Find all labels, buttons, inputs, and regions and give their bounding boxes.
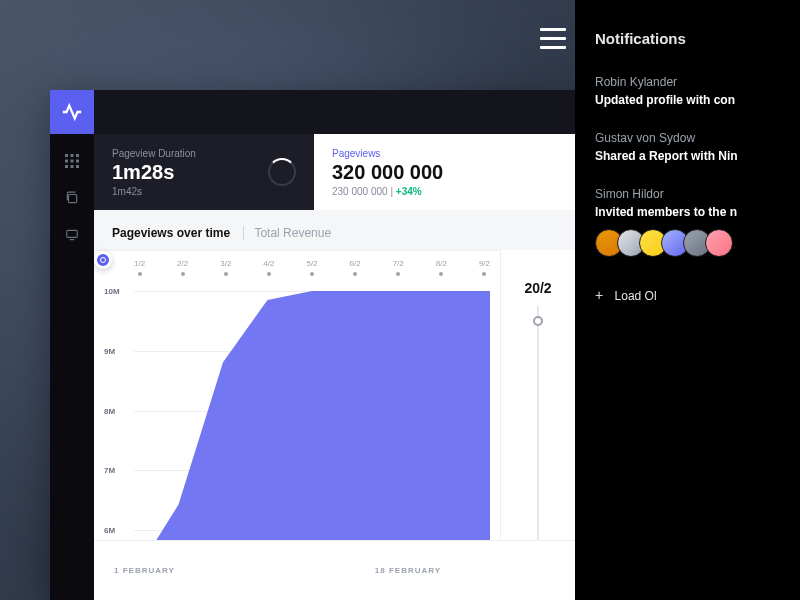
metric-duration[interactable]: Pageview Duration 1m28s 1m42s	[94, 134, 314, 210]
dashboard-app: Pageview Duration 1m28s 1m42s Pageviews …	[50, 90, 575, 600]
svg-rect-10	[67, 230, 78, 237]
app-logo[interactable]	[50, 90, 94, 134]
pulse-icon	[61, 101, 83, 123]
layers-icon[interactable]	[65, 191, 79, 208]
metric-label: Pageview Duration	[112, 148, 296, 159]
notifications-panel: Notifications Robin Kylander Updated pro…	[575, 0, 800, 600]
notification-item[interactable]: Robin Kylander Updated profile with con	[595, 75, 780, 107]
grid-icon[interactable]	[65, 154, 79, 171]
svg-rect-3	[65, 160, 68, 163]
notification-item[interactable]: Gustav von Sydow Shared a Report with Ni…	[595, 131, 780, 163]
avatar-group	[595, 229, 780, 257]
metric-delta: +34%	[396, 186, 422, 197]
menu-toggle[interactable]	[540, 28, 566, 49]
metric-pageviews[interactable]: Pageviews 320 000 000 230 000 000 | +34%	[314, 134, 575, 210]
svg-rect-1	[71, 154, 74, 157]
x-axis-ticks: 1/22/23/24/25/26/27/28/29/2	[134, 259, 490, 276]
notifications-title: Notifications	[595, 30, 780, 47]
metric-sub: 230 000 000 | +34%	[332, 186, 557, 197]
avatar[interactable]	[705, 229, 733, 257]
timeline-footer: 1 FEBRUARY 18 FEBRUARY	[94, 540, 575, 600]
metric-sub-value: 230 000 000	[332, 186, 388, 197]
load-more-label: Load Ol	[615, 289, 657, 303]
notif-action: Shared a Report with Nin	[595, 149, 780, 163]
metric-sub: 1m42s	[112, 186, 296, 197]
notif-user: Gustav von Sydow	[595, 131, 780, 145]
svg-rect-2	[76, 154, 79, 157]
notif-user: Simon Hildor	[595, 187, 780, 201]
scrubber-label: 20/2	[524, 280, 551, 296]
loading-spinner-icon	[268, 158, 296, 186]
date-scrubber[interactable]: 20/2	[500, 250, 575, 540]
timeline-label-end: 18 FEBRUARY	[375, 566, 441, 575]
monitor-icon[interactable]	[65, 228, 79, 245]
scrubber-knob[interactable]	[533, 316, 543, 326]
svg-rect-0	[65, 154, 68, 157]
svg-rect-9	[69, 195, 77, 203]
metric-value: 320 000 000	[332, 161, 557, 184]
sidebar	[50, 90, 94, 600]
notif-user: Robin Kylander	[595, 75, 780, 89]
load-more-button[interactable]: Load Ol	[595, 287, 780, 303]
svg-rect-6	[65, 165, 68, 168]
notification-item[interactable]: Simon Hildor Invited members to the n	[595, 187, 780, 257]
chart-tabs: Pageviews over time Total Revenue	[112, 226, 331, 240]
notif-action: Updated profile with con	[595, 93, 780, 107]
main-content: Pageview Duration 1m28s 1m42s Pageviews …	[94, 90, 575, 600]
svg-rect-7	[71, 165, 74, 168]
tab-revenue[interactable]: Total Revenue	[243, 226, 331, 240]
header-bar	[94, 90, 575, 134]
metric-label: Pageviews	[332, 148, 557, 159]
timeline-label-start: 1 FEBRUARY	[114, 566, 175, 575]
svg-rect-8	[76, 165, 79, 168]
chart-area: 1/22/23/24/25/26/27/28/29/2 10M9M8M7M6M	[94, 250, 500, 540]
chart-highlight-marker[interactable]	[94, 251, 112, 269]
scrubber-track[interactable]	[537, 306, 539, 540]
svg-rect-4	[71, 160, 74, 163]
notif-action: Invited members to the n	[595, 205, 780, 219]
tab-pageviews[interactable]: Pageviews over time	[112, 226, 230, 240]
svg-rect-5	[76, 160, 79, 163]
